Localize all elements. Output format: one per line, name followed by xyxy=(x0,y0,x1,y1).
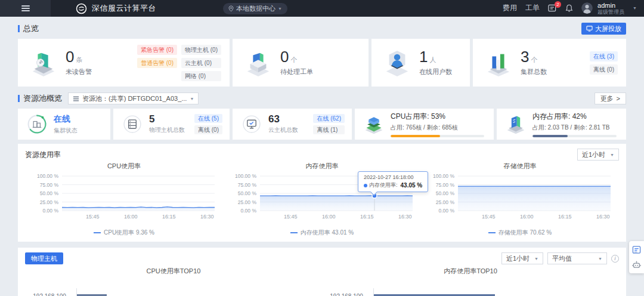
location-pin-icon xyxy=(228,5,234,12)
cpu-occupancy-card[interactable]: CPU占用率: 53% 占用: 765核 / 剩余: 685核 xyxy=(355,109,494,140)
svg-text:16:00: 16:00 xyxy=(520,214,534,220)
cpu-top10-chart: CPU使用率TOP10 192.168.100.... xyxy=(25,267,322,296)
datacenter-selector[interactable]: 本地数据中心 ▼ xyxy=(223,3,287,14)
cpu-chart-legend[interactable]: CPU使用率 9.36 % xyxy=(94,229,154,237)
memory-3d-icon xyxy=(505,113,527,135)
network-alerts-pill[interactable]: 网络 (0) xyxy=(181,71,221,81)
host-ip-label[interactable]: 192.168.100.... xyxy=(322,293,373,296)
storage-chart-legend[interactable]: 存储使用率 70.62 % xyxy=(488,229,552,237)
cluster-3d-icon xyxy=(485,49,512,76)
svg-text:0.00 %: 0.00 % xyxy=(241,208,257,214)
cluster-total-card[interactable]: 3个 集群总数 在线 (3) 离线 (0) xyxy=(473,39,626,87)
tickets-link[interactable]: 工单 xyxy=(525,3,540,13)
svg-text:16:15: 16:15 xyxy=(558,214,572,220)
screen-cast-label: 大屏投放 xyxy=(595,24,621,33)
vms-offline-pill[interactable]: 离线 (1) xyxy=(313,125,345,134)
chevron-down-icon: ▼ xyxy=(190,97,194,101)
cloud-vms-label: 云主机总数 xyxy=(268,126,298,134)
clusters-online-pill[interactable]: 在线 (3) xyxy=(590,51,618,61)
task-list-button[interactable] xyxy=(632,245,641,254)
svg-text:50.00 %: 50.00 % xyxy=(436,190,455,196)
resource-pool-selector[interactable]: 资源池：(共享) DFTGDC01_A03_... ▼ xyxy=(68,92,199,104)
svg-text:25.00 %: 25.00 % xyxy=(436,199,455,205)
svg-text:15:45: 15:45 xyxy=(482,214,496,220)
server-icon xyxy=(122,113,143,135)
svg-text:0.00 %: 0.00 % xyxy=(43,208,59,214)
user-menu[interactable]: admin 超级管理员 xyxy=(597,2,624,16)
fees-link[interactable]: 费用 xyxy=(503,3,517,13)
host-ip-label[interactable]: 192.168.100.... xyxy=(25,293,76,296)
svg-text:16:00: 16:00 xyxy=(124,214,138,220)
top-navbar: 深信服云计算平台 本地数据中心 ▼ 费用 工单 2 admin 超级管理员 ▼ xyxy=(0,0,644,17)
memory-top10-bar[interactable] xyxy=(374,294,495,296)
hamburger-menu-button[interactable] xyxy=(0,0,51,17)
svg-text:16:00: 16:00 xyxy=(322,214,336,220)
bell-icon xyxy=(565,4,573,13)
monitor-check-icon xyxy=(241,113,262,135)
chevron-down-icon: ▼ xyxy=(598,257,602,261)
online-users-card[interactable]: 1人 在线用户数 xyxy=(371,39,470,87)
top10-aggregate-select[interactable]: 平均值 ▼ xyxy=(547,252,607,264)
cloud-vms-status-pills: 在线 (62) 离线 (1) xyxy=(313,114,345,134)
sangfor-logo-icon xyxy=(76,3,87,14)
screen-cast-button[interactable]: 大屏投放 xyxy=(581,23,626,35)
critical-alerts-pill[interactable]: 紧急告警 (0) xyxy=(137,45,177,55)
assistant-robot-button[interactable] xyxy=(632,260,641,269)
cpu-top10-bar[interactable] xyxy=(77,294,107,296)
tooltip-value: 43.05 % xyxy=(401,182,423,189)
svg-text:25.00 %: 25.00 % xyxy=(40,199,59,205)
cpu-top10-bar-row: 192.168.100.... xyxy=(25,288,322,296)
storage-usage-line-chart[interactable]: 100.00 %75.00 %50.00 %25.00 %0.00 %15:45… xyxy=(425,171,615,226)
svg-text:100.00 %: 100.00 % xyxy=(235,173,256,179)
memory-chart-legend[interactable]: 内存使用率 43.01 % xyxy=(290,229,354,237)
clusters-offline-pill[interactable]: 离线 (0) xyxy=(590,64,618,75)
top10-range-select[interactable]: 近1小时 ▼ xyxy=(501,252,543,264)
svg-text:50.00 %: 50.00 % xyxy=(238,190,257,196)
svg-text:0.00 %: 0.00 % xyxy=(439,208,455,214)
tab-physical-host[interactable]: 物理主机 xyxy=(25,252,63,264)
legend-dash-icon xyxy=(488,232,496,233)
avatar[interactable] xyxy=(581,2,593,14)
notification-button[interactable] xyxy=(565,4,573,13)
memory-top10-bar-row: 192.168.100.... xyxy=(322,288,619,296)
pending-tickets-value-block: 0个 待处理工单 xyxy=(280,49,313,76)
unread-alerts-card[interactable]: 0条 未读告警 紧急告警 (0) 普通告警 (0) 物理主机 (0) 云主机 (… xyxy=(18,39,230,87)
hosts-online-pill[interactable]: 在线 (5) xyxy=(194,114,222,123)
physical-hosts-card[interactable]: 5 物理主机总数 在线 (5) 离线 (0) xyxy=(113,109,230,140)
side-tools-widget xyxy=(629,241,644,273)
cluster-status-label: 集群状态 xyxy=(54,127,78,135)
message-badge: 2 xyxy=(555,1,561,8)
vms-online-pill[interactable]: 在线 (62) xyxy=(313,114,345,123)
info-icon[interactable]: i xyxy=(611,255,619,263)
svg-text:15:45: 15:45 xyxy=(284,214,298,220)
hamburger-icon xyxy=(21,4,30,13)
more-label: 更多 xyxy=(600,94,614,103)
cluster-status-value: 在线 xyxy=(54,114,78,125)
cloud-vms-card[interactable]: 63 云主机总数 在线 (62) 离线 (1) xyxy=(233,109,352,140)
usage-range-select[interactable]: 近1小时 ▼ xyxy=(577,149,619,161)
svg-text:50.00 %: 50.00 % xyxy=(40,190,59,196)
svg-text:75.00 %: 75.00 % xyxy=(436,182,455,188)
task-list-icon xyxy=(632,245,641,254)
normal-alerts-pill[interactable]: 普通告警 (0) xyxy=(137,58,177,68)
cluster-total-value: 3 xyxy=(521,49,529,64)
memory-occupancy-card[interactable]: 内存占用率: 42% 占用: 2.03 TB / 剩余: 2.81 TB xyxy=(497,109,626,140)
hosts-offline-pill[interactable]: 离线 (0) xyxy=(194,125,222,134)
cpu-usage-line-chart[interactable]: 100.00 %75.00 %50.00 %25.00 %0.00 %15:45… xyxy=(29,171,219,226)
message-button[interactable]: 2 xyxy=(548,4,557,13)
vm-alerts-pill[interactable]: 云主机 (0) xyxy=(181,58,221,68)
pending-tickets-card[interactable]: 0个 待处理工单 xyxy=(233,39,369,87)
memory-top10-title: 内存使用率TOP10 xyxy=(322,267,619,276)
cluster-status-card[interactable]: 在线 集群状态 xyxy=(18,109,110,140)
overview-title: 总览 xyxy=(23,23,39,34)
host-alerts-pill[interactable]: 物理主机 (0) xyxy=(181,45,221,55)
cpu-chart-title: CPU使用率 xyxy=(107,162,141,171)
unread-alerts-unit: 条 xyxy=(76,57,82,63)
series-dot-icon xyxy=(364,184,367,187)
memory-occupancy-detail: 占用: 2.03 TB / 剩余: 2.81 TB xyxy=(532,124,617,132)
user-role: 超级管理员 xyxy=(597,9,624,15)
more-button[interactable]: 更多 > xyxy=(595,92,626,104)
memory-progress-fill xyxy=(532,135,568,137)
legend-dash-icon xyxy=(290,232,298,233)
svg-text:100.00 %: 100.00 % xyxy=(37,173,58,179)
